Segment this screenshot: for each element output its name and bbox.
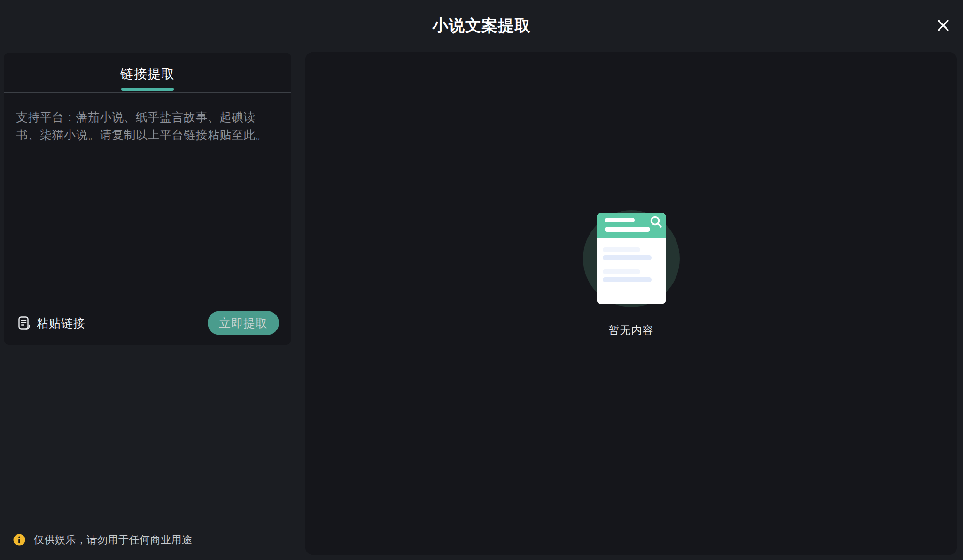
disclaimer: 仅供娱乐，请勿用于任何商业用途 [13,533,193,547]
empty-document-illustration [582,209,681,308]
paste-link-label: 粘贴链接 [37,315,85,331]
text-line-bar [603,277,652,282]
tab-label: 链接提取 [120,62,175,83]
link-extraction-panel: 链接提取 支持平台：藩茄小说、纸乎盐言故事、起碘读书、柒猫小说。请复制以上平台链… [4,53,291,345]
illustration-card-header [597,213,666,238]
novel-copy-extraction-dialog: 小说文案提取 链接提取 支持平台：藩茄小说、纸乎盐言故事、起碘读书、柒猫小说。请… [0,0,963,560]
tab-bar: 链接提取 [4,53,291,93]
text-line-bar [603,247,640,252]
text-line-bar [605,227,650,232]
panel-body: 支持平台：藩茄小说、纸乎盐言故事、起碘读书、柒猫小说。请复制以上平台链接粘贴至此… [4,93,291,144]
empty-state: 暂无内容 [305,209,957,338]
supported-platforms-text: 支持平台：藩茄小说、纸乎盐言故事、起碘读书、柒猫小说。请复制以上平台链接粘贴至此… [16,108,279,144]
empty-state-label: 暂无内容 [609,323,654,338]
text-line-bar [605,218,635,222]
info-icon [13,534,25,546]
results-panel: 暂无内容 [305,52,957,555]
text-line-bar [603,269,640,274]
tab-link-extraction[interactable]: 链接提取 [120,53,175,92]
search-icon [649,215,664,230]
close-icon [936,18,950,32]
extract-now-button[interactable]: 立即提取 [208,311,279,335]
illustration-document-card [597,213,666,304]
close-button[interactable] [934,16,953,35]
paste-document-icon [16,315,32,331]
panel-footer: 粘贴链接 立即提取 [4,301,291,345]
active-tab-indicator [121,88,174,91]
text-line-bar [603,255,652,260]
paste-link-button[interactable]: 粘贴链接 [16,315,85,331]
page-title: 小说文案提取 [0,15,963,36]
disclaimer-text: 仅供娱乐，请勿用于任何商业用途 [34,533,193,547]
